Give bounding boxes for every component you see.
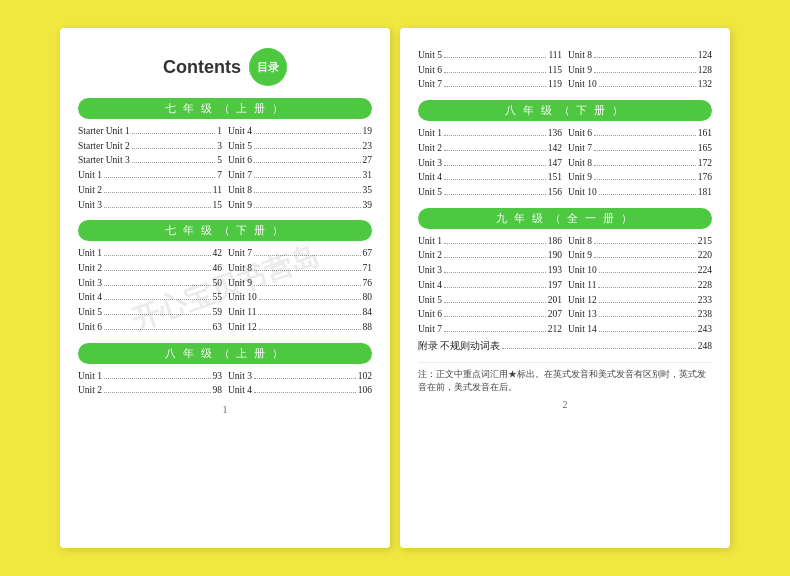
appendix-row: 附录 不规则动词表 248 bbox=[418, 339, 712, 354]
page-left: Contents 目录 七 年 级 （ 上 册 ） Starter Unit 1… bbox=[60, 28, 390, 548]
toc-entry: Unit 10181 bbox=[568, 185, 712, 200]
toc-entry: Unit 315 bbox=[78, 198, 222, 213]
toc-entry: Unit 767 bbox=[228, 246, 372, 261]
toc-8up-cont: Unit 5111 Unit 6115 Unit 7119 Unit 8124 … bbox=[418, 48, 712, 92]
toc-entry: Unit 350 bbox=[78, 276, 222, 291]
section-7-down: 七 年 级 （ 下 册 ） bbox=[78, 220, 372, 241]
toc-entry: Unit 12233 bbox=[568, 293, 712, 308]
toc-entry: Unit 4151 bbox=[418, 170, 562, 185]
section-9-all: 九 年 级 （ 全 一 册 ） bbox=[418, 208, 712, 229]
appendix-dots bbox=[502, 348, 695, 349]
toc-entry: Unit 7165 bbox=[568, 141, 712, 156]
toc-entry: Unit 11228 bbox=[568, 278, 712, 293]
toc-entry: Unit 2142 bbox=[418, 141, 562, 156]
toc-8up-left: Unit 193 Unit 298 bbox=[78, 369, 222, 398]
toc-7down-right: Unit 767 Unit 871 Unit 976 Unit 1080 Uni… bbox=[228, 246, 372, 334]
toc-entry: Unit 1288 bbox=[228, 320, 372, 335]
toc-entry: Unit 419 bbox=[228, 124, 372, 139]
toc-entry: Unit 17 bbox=[78, 168, 222, 183]
toc-entry: Unit 7119 bbox=[418, 77, 562, 92]
page-num-right: 2 bbox=[418, 399, 712, 410]
toc-entry: Unit 6115 bbox=[418, 63, 562, 78]
mulu-badge: 目录 bbox=[249, 48, 287, 86]
toc-entry: Unit 4106 bbox=[228, 383, 372, 398]
toc-entry: Unit 1186 bbox=[418, 234, 562, 249]
toc-entry: Unit 4197 bbox=[418, 278, 562, 293]
toc-7up-left: Starter Unit 11 Starter Unit 23 Starter … bbox=[78, 124, 222, 212]
toc-entry: Unit 2190 bbox=[418, 248, 562, 263]
toc-entry: Unit 9220 bbox=[568, 248, 712, 263]
toc-entry: Unit 193 bbox=[78, 369, 222, 384]
toc-8down-left: Unit 1136 Unit 2142 Unit 3147 Unit 4151 … bbox=[418, 126, 562, 200]
toc-9all-left: Unit 1186 Unit 2190 Unit 3193 Unit 4197 … bbox=[418, 234, 562, 337]
toc-entry: Starter Unit 35 bbox=[78, 153, 222, 168]
toc-7down: Unit 142 Unit 246 Unit 350 Unit 455 Unit… bbox=[78, 246, 372, 334]
toc-entry: Unit 939 bbox=[228, 198, 372, 213]
toc-entry: Unit 3193 bbox=[418, 263, 562, 278]
toc-entry: Unit 5111 bbox=[418, 48, 562, 63]
toc-entry: Unit 6161 bbox=[568, 126, 712, 141]
toc-entry: Unit 8215 bbox=[568, 234, 712, 249]
toc-entry: Unit 9176 bbox=[568, 170, 712, 185]
toc-entry: Unit 871 bbox=[228, 261, 372, 276]
contents-title: Contents bbox=[163, 57, 241, 78]
toc-entry: Unit 298 bbox=[78, 383, 222, 398]
appendix-label: 附录 不规则动词表 bbox=[418, 339, 500, 354]
page-num-left: 1 bbox=[78, 404, 372, 415]
toc-8down: Unit 1136 Unit 2142 Unit 3147 Unit 4151 … bbox=[418, 126, 712, 200]
toc-entry: Unit 6207 bbox=[418, 307, 562, 322]
toc-entry: Unit 976 bbox=[228, 276, 372, 291]
toc-entry: Unit 10224 bbox=[568, 263, 712, 278]
toc-entry: Unit 627 bbox=[228, 153, 372, 168]
section-8-up: 八 年 级 （ 上 册 ） bbox=[78, 343, 372, 364]
toc-9all: Unit 1186 Unit 2190 Unit 3193 Unit 4197 … bbox=[418, 234, 712, 337]
page-right: Unit 5111 Unit 6115 Unit 7119 Unit 8124 … bbox=[400, 28, 730, 548]
toc-entry: Unit 246 bbox=[78, 261, 222, 276]
section-8-down: 八 年 级 （ 下 册 ） bbox=[418, 100, 712, 121]
toc-entry: Starter Unit 23 bbox=[78, 139, 222, 154]
toc-8up: Unit 193 Unit 298 Unit 3102 Unit 4106 bbox=[78, 369, 372, 398]
toc-entry: Unit 663 bbox=[78, 320, 222, 335]
toc-7down-left: Unit 142 Unit 246 Unit 350 Unit 455 Unit… bbox=[78, 246, 222, 334]
toc-entry: Unit 7212 bbox=[418, 322, 562, 337]
footnote: 注：正文中重点词汇用★标出。在英式发音和美式发音有区别时，英式发音在前，美式发音… bbox=[418, 362, 712, 394]
toc-7up: Starter Unit 11 Starter Unit 23 Starter … bbox=[78, 124, 372, 212]
section-7-up: 七 年 级 （ 上 册 ） bbox=[78, 98, 372, 119]
toc-entry: Unit 142 bbox=[78, 246, 222, 261]
toc-entry: Starter Unit 11 bbox=[78, 124, 222, 139]
toc-8up-right: Unit 3102 Unit 4106 bbox=[228, 369, 372, 398]
toc-entry: Unit 10132 bbox=[568, 77, 712, 92]
toc-entry: Unit 211 bbox=[78, 183, 222, 198]
toc-entry: Unit 3102 bbox=[228, 369, 372, 384]
appendix-num: 248 bbox=[698, 339, 712, 354]
toc-entry: Unit 5156 bbox=[418, 185, 562, 200]
toc-entry: Unit 731 bbox=[228, 168, 372, 183]
book-container: Contents 目录 七 年 级 （ 上 册 ） Starter Unit 1… bbox=[0, 0, 790, 576]
toc-entry: Unit 8124 bbox=[568, 48, 712, 63]
toc-entry: Unit 523 bbox=[228, 139, 372, 154]
toc-entry: Unit 3147 bbox=[418, 156, 562, 171]
toc-8down-right: Unit 6161 Unit 7165 Unit 8172 Unit 9176 … bbox=[568, 126, 712, 200]
toc-entry: Unit 5201 bbox=[418, 293, 562, 308]
toc-7up-right: Unit 419 Unit 523 Unit 627 Unit 731 Unit… bbox=[228, 124, 372, 212]
toc-entry: Unit 835 bbox=[228, 183, 372, 198]
toc-8up-cont-right: Unit 8124 Unit 9128 Unit 10132 bbox=[568, 48, 712, 92]
toc-entry: Unit 455 bbox=[78, 290, 222, 305]
toc-9all-right: Unit 8215 Unit 9220 Unit 10224 Unit 1122… bbox=[568, 234, 712, 337]
toc-entry: Unit 9128 bbox=[568, 63, 712, 78]
toc-entry: Unit 1136 bbox=[418, 126, 562, 141]
toc-entry: Unit 1080 bbox=[228, 290, 372, 305]
toc-entry: Unit 14243 bbox=[568, 322, 712, 337]
toc-entry: Unit 8172 bbox=[568, 156, 712, 171]
title-area: Contents 目录 bbox=[78, 48, 372, 86]
toc-entry: Unit 1184 bbox=[228, 305, 372, 320]
toc-8up-cont-left: Unit 5111 Unit 6115 Unit 7119 bbox=[418, 48, 562, 92]
toc-entry: Unit 559 bbox=[78, 305, 222, 320]
toc-entry: Unit 13238 bbox=[568, 307, 712, 322]
